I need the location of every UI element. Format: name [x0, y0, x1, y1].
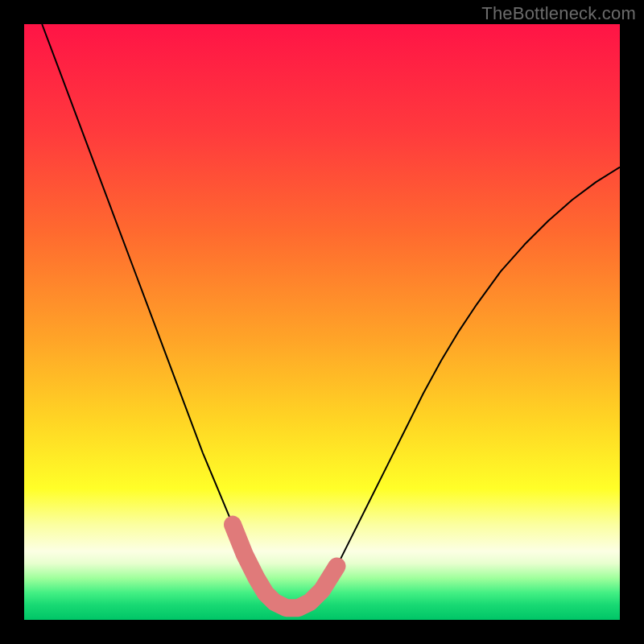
- plot-background: [24, 24, 620, 620]
- watermark-text: TheBottleneck.com: [481, 3, 636, 24]
- chart-frame: TheBottleneck.com: [0, 0, 644, 644]
- bottleneck-chart: [0, 0, 644, 644]
